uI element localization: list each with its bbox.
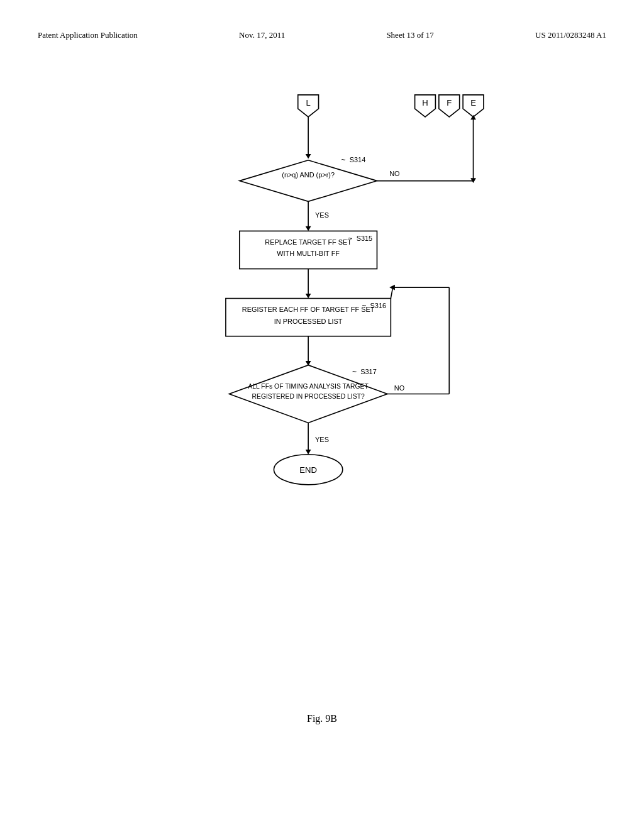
svg-marker-15 [306,294,311,299]
s315-bracket: ~ [348,234,353,243]
s314-bracket: ~ [341,155,346,164]
patent-number: US 2011/0283248 A1 [535,30,606,40]
s315-line2: WITH MULTI-BIT FF [277,250,340,257]
s316-bracket: ~ [362,301,366,310]
publication-label: Patent Application Publication [38,30,138,40]
connector-E-label: E [470,98,476,108]
connector-F-label: F [447,98,452,108]
s316-line2: IN PROCESSED LIST [274,318,343,325]
s317-bracket: ~ [352,367,357,376]
publication-date: Nov. 17, 2011 [239,30,285,40]
svg-marker-8 [306,226,311,231]
s315-label: S315 [357,235,373,242]
page-header: Patent Application Publication Nov. 17, … [38,30,606,40]
sheet-info: Sheet 13 of 17 [386,30,433,40]
s314-label: S314 [350,156,366,163]
s317-label: S317 [360,368,377,375]
svg-marker-6 [240,160,377,202]
s317-yes-label: YES [315,436,329,443]
s317-no-label: NO [394,384,404,392]
svg-line-24 [391,287,392,298]
s317-line1: ALL FFs OF TIMING ANALYSIS TARGET [248,383,369,390]
s314-condition-line1: (n>q) AND (p>r)? [282,171,335,179]
connector-L-label: L [306,98,310,108]
s316-label: S316 [370,302,387,309]
connector-H-label: H [422,98,428,108]
s317-line2: REGISTERED IN PROCESSED LIST? [252,393,365,400]
s316-line1: REGISTER EACH FF OF TARGET FF SET [242,306,375,313]
s315-line1: REPLACE TARGET FF SET [265,238,352,246]
figure-label: Fig. 9B [307,713,337,724]
s314-yes-label: YES [315,211,329,219]
svg-marker-26 [306,450,311,455]
flowchart-diagram: L H F E (n>q) AND (p>r)? S314 ~ YES NO [102,88,542,604]
svg-marker-5 [306,154,311,159]
s314-no-label: NO [389,170,399,177]
end-label: END [299,465,317,475]
